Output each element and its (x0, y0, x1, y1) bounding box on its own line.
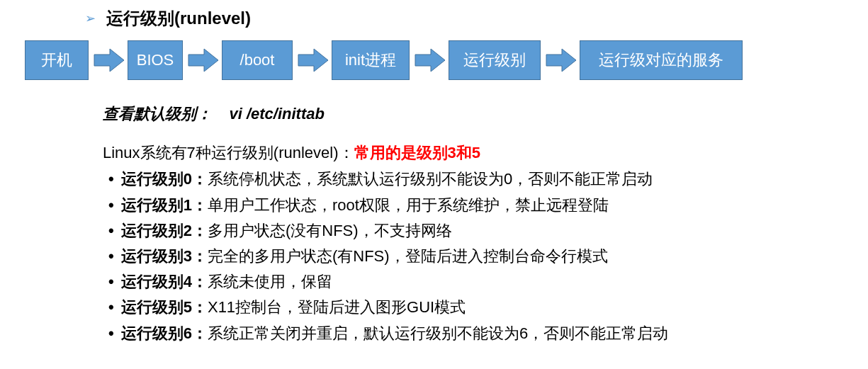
list-item: 运行级别6：系统正常关闭并重启，默认运行级别不能设为6，否则不能正常启动 (108, 321, 854, 346)
flow-box-boot: /boot (222, 40, 293, 80)
svg-marker-3 (415, 49, 445, 72)
slide-title: 运行级别(runlevel) (106, 7, 251, 30)
list-item: 运行级别1：单用户工作状态，root权限，用于系统维护，禁止远程登陆 (108, 193, 854, 217)
level-desc: 系统未使用，保留 (208, 273, 332, 290)
intro-emphasis: 常用的是级别3和5 (354, 144, 480, 161)
svg-marker-4 (546, 49, 576, 72)
svg-marker-0 (94, 49, 124, 72)
svg-marker-1 (188, 49, 218, 72)
slide-title-row: ➢ 运行级别(runlevel) (85, 7, 854, 30)
level-desc: X11控制台，登陆后进入图形GUI模式 (208, 298, 466, 316)
flow-box-services: 运行级对应的服务 (580, 40, 743, 80)
list-item: 运行级别5：X11控制台，登陆后进入图形GUI模式 (108, 295, 854, 319)
list-item: 运行级别4：系统未使用，保留 (108, 269, 854, 294)
arrow-icon (541, 46, 580, 74)
list-item: 运行级别0：系统停机状态，系统默认运行级别不能设为0，否则不能正常启动 (108, 166, 854, 191)
arrow-icon (293, 46, 332, 74)
level-desc: 多用户状态(没有NFS)，不支持网络 (208, 222, 452, 239)
subtitle-command: vi /etc/inittab (229, 105, 324, 123)
list-item: 运行级别2：多用户状态(没有NFS)，不支持网络 (108, 218, 854, 243)
arrow-icon (89, 46, 128, 74)
runlevel-list: 运行级别0：系统停机状态，系统默认运行级别不能设为0，否则不能正常启动 运行级别… (103, 166, 854, 345)
level-desc: 单用户工作状态，root权限，用于系统维护，禁止远程登陆 (208, 196, 609, 214)
chevron-right-icon: ➢ (85, 11, 96, 26)
arrow-icon (410, 46, 449, 74)
level-desc: 完全的多用户状态(有NFS)，登陆后进入控制台命令行模式 (208, 247, 608, 265)
flow-box-bios: BIOS (128, 40, 183, 80)
level-label: 运行级别1： (121, 196, 208, 214)
level-label: 运行级别2： (121, 222, 208, 239)
flow-box-runlevel: 运行级别 (449, 40, 541, 80)
level-label: 运行级别6： (121, 324, 208, 342)
subtitle-label: 查看默认级别： (103, 105, 212, 123)
list-item: 运行级别3：完全的多用户状态(有NFS)，登陆后进入控制台命令行模式 (108, 244, 854, 268)
flow-box-poweron: 开机 (25, 40, 89, 80)
level-desc: 系统正常关闭并重启，默认运行级别不能设为6，否则不能正常启动 (208, 324, 668, 342)
arrow-icon (183, 46, 222, 74)
level-label: 运行级别3： (121, 247, 208, 265)
flow-box-init: init进程 (332, 40, 410, 80)
level-label: 运行级别5： (121, 298, 208, 316)
level-label: 运行级别4： (121, 273, 208, 290)
level-label: 运行级别0： (121, 170, 208, 188)
slide-content: 查看默认级别： vi /etc/inittab Linux系统有7种运行级别(r… (103, 101, 854, 346)
intro-prefix: Linux系统有7种运行级别(runlevel)： (103, 144, 354, 161)
intro-line: Linux系统有7种运行级别(runlevel)：常用的是级别3和5 (103, 140, 854, 165)
level-desc: 系统停机状态，系统默认运行级别不能设为0，否则不能正常启动 (208, 170, 653, 188)
svg-marker-2 (298, 49, 328, 72)
boot-flow-diagram: 开机 BIOS /boot init进程 运行级别 运行级对应的服务 (25, 40, 854, 80)
subtitle-row: 查看默认级别： vi /etc/inittab (103, 101, 854, 126)
